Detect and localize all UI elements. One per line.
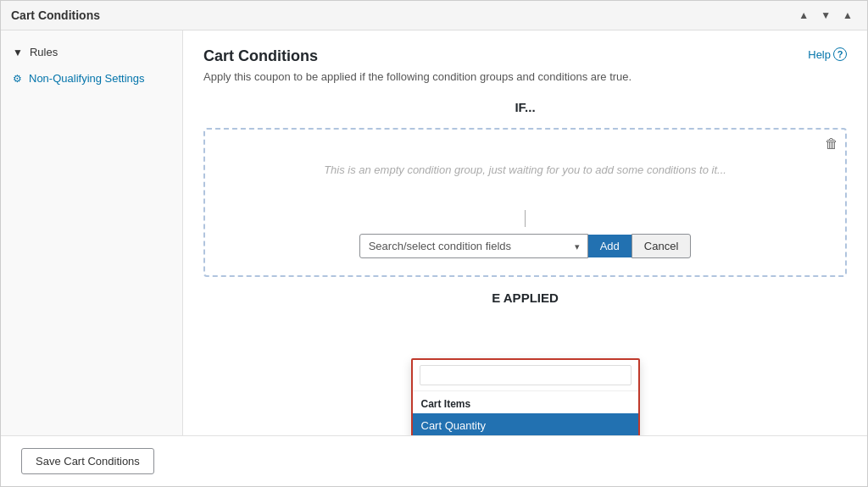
add-condition-row: Search/select condition fields ▾ Add Can… (359, 234, 692, 258)
applied-label: E APPLIED (203, 291, 847, 305)
condition-group: 🗑 This is an empty condition group, just… (203, 128, 847, 277)
dropdown-group-cart-items-label: Cart Items (413, 391, 638, 413)
add-row-wrapper: Search/select condition fields ▾ Add Can… (222, 210, 828, 258)
dropdown-search-wrapper (413, 360, 638, 391)
sidebar: ▼ Rules ⚙ Non-Qualifying Settings (1, 30, 183, 435)
titlebar-expand-button[interactable]: ▲ (838, 8, 857, 23)
sidebar-item-non-qualifying[interactable]: ⚙ Non-Qualifying Settings (1, 65, 182, 91)
sidebar-item-non-qualifying-label: Non-Qualifying Settings (29, 72, 145, 85)
add-condition-button[interactable]: Add (588, 235, 632, 257)
footer: Save Cart Conditions (1, 435, 867, 486)
page-title: Cart Conditions (203, 47, 318, 65)
condition-select[interactable]: Search/select condition fields (359, 234, 588, 258)
cancel-button[interactable]: Cancel (632, 234, 691, 258)
content-area: Cart Conditions Help ? Apply this coupon… (183, 30, 867, 435)
connector-line (525, 210, 526, 227)
save-cart-conditions-button[interactable]: Save Cart Conditions (21, 448, 154, 474)
help-link[interactable]: Help ? (808, 47, 847, 61)
if-label: IF... (203, 100, 847, 114)
sidebar-item-rules[interactable]: ▼ Rules (1, 39, 182, 65)
delete-group-button[interactable]: 🗑 (825, 136, 838, 152)
subtitle-text: Apply this coupon to be applied if the f… (203, 70, 847, 83)
titlebar: Cart Conditions ▲ ▼ ▲ (1, 1, 867, 30)
gear-icon: ⚙ (13, 73, 22, 85)
content-header: Cart Conditions Help ? (203, 47, 847, 65)
help-icon: ? (833, 47, 847, 61)
window-title: Cart Conditions (11, 8, 100, 22)
titlebar-controls: ▲ ▼ ▲ (794, 8, 857, 23)
dropdown-item-cart-quantity[interactable]: Cart Quantity (413, 413, 638, 435)
sidebar-item-rules-label: Rules (30, 46, 58, 58)
select-wrapper: Search/select condition fields ▾ (359, 234, 588, 258)
main-layout: ▼ Rules ⚙ Non-Qualifying Settings Cart C… (1, 30, 867, 435)
condition-dropdown: Cart Items Cart Quantity Cart Subtotal P… (411, 358, 640, 435)
dropdown-search-input[interactable] (420, 365, 632, 385)
empty-group-text: This is an empty condition group, just w… (222, 163, 828, 176)
rules-icon: ▼ (13, 47, 23, 58)
titlebar-down-button[interactable]: ▼ (816, 8, 835, 23)
titlebar-up-button[interactable]: ▲ (794, 8, 813, 23)
main-window: Cart Conditions ▲ ▼ ▲ ▼ Rules ⚙ Non-Qual… (0, 0, 868, 487)
help-label: Help (808, 48, 831, 61)
